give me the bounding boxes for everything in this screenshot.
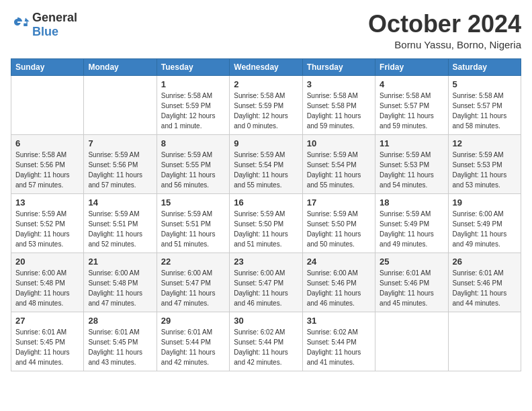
- day-info: Sunrise: 6:01 AM Sunset: 5:45 PM Dayligh…: [15, 327, 79, 367]
- calendar-week-row: 13Sunrise: 5:59 AM Sunset: 5:52 PM Dayli…: [11, 193, 521, 253]
- calendar-weekday-header: Tuesday: [157, 58, 229, 75]
- calendar-day-cell: 16Sunrise: 5:59 AM Sunset: 5:50 PM Dayli…: [230, 193, 302, 253]
- calendar-weekday-header: Friday: [375, 58, 448, 75]
- day-number: 12: [453, 138, 517, 148]
- day-info: Sunrise: 6:00 AM Sunset: 5:49 PM Dayligh…: [453, 209, 517, 249]
- logo-icon: [11, 15, 30, 34]
- day-info: Sunrise: 5:59 AM Sunset: 5:56 PM Dayligh…: [88, 150, 152, 190]
- day-info: Sunrise: 5:58 AM Sunset: 5:58 PM Dayligh…: [307, 91, 371, 131]
- logo: General Blue: [11, 11, 77, 39]
- calendar-day-cell: 23Sunrise: 6:00 AM Sunset: 5:47 PM Dayli…: [230, 253, 302, 312]
- calendar-day-cell: 19Sunrise: 6:00 AM Sunset: 5:49 PM Dayli…: [448, 193, 521, 253]
- title-block: October 2024 Bornu Yassu, Borno, Nigeria: [368, 11, 521, 50]
- day-info: Sunrise: 5:59 AM Sunset: 5:53 PM Dayligh…: [453, 150, 517, 190]
- day-number: 22: [161, 257, 225, 267]
- day-info: Sunrise: 6:01 AM Sunset: 5:46 PM Dayligh…: [453, 268, 517, 308]
- day-number: 5: [453, 79, 517, 89]
- calendar-day-cell: 4Sunrise: 5:58 AM Sunset: 5:57 PM Daylig…: [375, 75, 448, 134]
- day-info: Sunrise: 6:02 AM Sunset: 5:44 PM Dayligh…: [307, 327, 371, 367]
- day-number: 18: [380, 197, 443, 208]
- calendar-day-cell: 25Sunrise: 6:01 AM Sunset: 5:46 PM Dayli…: [375, 253, 448, 312]
- day-number: 3: [307, 79, 371, 89]
- day-info: Sunrise: 6:01 AM Sunset: 5:44 PM Dayligh…: [161, 327, 225, 367]
- day-number: 23: [234, 257, 298, 267]
- day-info: Sunrise: 6:00 AM Sunset: 5:47 PM Dayligh…: [161, 268, 225, 308]
- day-number: 20: [15, 257, 79, 267]
- day-number: 25: [380, 257, 443, 267]
- day-info: Sunrise: 6:00 AM Sunset: 5:48 PM Dayligh…: [88, 268, 152, 308]
- calendar-day-cell: 13Sunrise: 5:59 AM Sunset: 5:52 PM Dayli…: [11, 193, 84, 253]
- day-number: 14: [88, 197, 152, 208]
- month-title: October 2024: [368, 11, 521, 38]
- day-info: Sunrise: 6:00 AM Sunset: 5:48 PM Dayligh…: [15, 268, 79, 308]
- day-number: 11: [380, 138, 443, 148]
- day-number: 30: [234, 316, 298, 326]
- calendar-day-cell: 22Sunrise: 6:00 AM Sunset: 5:47 PM Dayli…: [157, 253, 229, 312]
- day-number: 31: [307, 316, 371, 326]
- day-info: Sunrise: 5:58 AM Sunset: 5:57 PM Dayligh…: [380, 91, 443, 131]
- day-number: 1: [161, 79, 225, 89]
- calendar-day-cell: 27Sunrise: 6:01 AM Sunset: 5:45 PM Dayli…: [11, 312, 84, 371]
- day-number: 13: [15, 197, 79, 208]
- calendar-day-cell: 18Sunrise: 5:59 AM Sunset: 5:49 PM Dayli…: [375, 193, 448, 253]
- calendar-day-cell: 30Sunrise: 6:02 AM Sunset: 5:44 PM Dayli…: [230, 312, 302, 371]
- calendar-day-cell: 5Sunrise: 5:58 AM Sunset: 5:57 PM Daylig…: [448, 75, 521, 134]
- calendar-day-cell: 14Sunrise: 5:59 AM Sunset: 5:51 PM Dayli…: [84, 193, 157, 253]
- calendar-table: SundayMondayTuesdayWednesdayThursdayFrid…: [11, 58, 521, 371]
- calendar-day-cell: 28Sunrise: 6:01 AM Sunset: 5:45 PM Dayli…: [84, 312, 157, 371]
- calendar-day-cell: 12Sunrise: 5:59 AM Sunset: 5:53 PM Dayli…: [448, 134, 521, 193]
- day-number: 21: [88, 257, 152, 267]
- day-number: 10: [307, 138, 371, 148]
- calendar-day-cell: 15Sunrise: 5:59 AM Sunset: 5:51 PM Dayli…: [157, 193, 229, 253]
- day-info: Sunrise: 6:02 AM Sunset: 5:44 PM Dayligh…: [234, 327, 298, 367]
- day-info: Sunrise: 6:01 AM Sunset: 5:46 PM Dayligh…: [380, 268, 443, 308]
- calendar-day-cell: [375, 312, 448, 371]
- day-info: Sunrise: 5:59 AM Sunset: 5:50 PM Dayligh…: [234, 209, 298, 249]
- page-header: General Blue October 2024 Bornu Yassu, B…: [11, 11, 521, 50]
- calendar-header-row: SundayMondayTuesdayWednesdayThursdayFrid…: [11, 58, 521, 75]
- day-info: Sunrise: 6:01 AM Sunset: 5:45 PM Dayligh…: [88, 327, 152, 367]
- day-info: Sunrise: 5:59 AM Sunset: 5:49 PM Dayligh…: [380, 209, 443, 249]
- day-info: Sunrise: 5:59 AM Sunset: 5:50 PM Dayligh…: [307, 209, 371, 249]
- day-info: Sunrise: 5:59 AM Sunset: 5:53 PM Dayligh…: [380, 150, 443, 190]
- calendar-day-cell: [448, 312, 521, 371]
- day-info: Sunrise: 5:59 AM Sunset: 5:51 PM Dayligh…: [161, 209, 225, 249]
- day-info: Sunrise: 5:59 AM Sunset: 5:51 PM Dayligh…: [88, 209, 152, 249]
- calendar-day-cell: 31Sunrise: 6:02 AM Sunset: 5:44 PM Dayli…: [302, 312, 375, 371]
- day-number: 17: [307, 197, 371, 208]
- calendar-day-cell: 29Sunrise: 6:01 AM Sunset: 5:44 PM Dayli…: [157, 312, 229, 371]
- calendar-day-cell: 8Sunrise: 5:59 AM Sunset: 5:55 PM Daylig…: [157, 134, 229, 193]
- day-info: Sunrise: 5:58 AM Sunset: 5:59 PM Dayligh…: [161, 91, 225, 131]
- logo-general: General: [32, 11, 77, 24]
- day-info: Sunrise: 6:00 AM Sunset: 5:46 PM Dayligh…: [307, 268, 371, 308]
- calendar-day-cell: 10Sunrise: 5:59 AM Sunset: 5:54 PM Dayli…: [302, 134, 375, 193]
- calendar-week-row: 1Sunrise: 5:58 AM Sunset: 5:59 PM Daylig…: [11, 75, 521, 134]
- calendar-day-cell: 7Sunrise: 5:59 AM Sunset: 5:56 PM Daylig…: [84, 134, 157, 193]
- day-number: 28: [88, 316, 152, 326]
- day-info: Sunrise: 5:59 AM Sunset: 5:54 PM Dayligh…: [234, 150, 298, 190]
- day-info: Sunrise: 5:59 AM Sunset: 5:55 PM Dayligh…: [161, 150, 225, 190]
- calendar-day-cell: 21Sunrise: 6:00 AM Sunset: 5:48 PM Dayli…: [84, 253, 157, 312]
- logo-blue: Blue: [32, 25, 58, 38]
- day-number: 27: [15, 316, 79, 326]
- calendar-weekday-header: Monday: [84, 58, 157, 75]
- calendar-weekday-header: Saturday: [448, 58, 521, 75]
- logo-text: General Blue: [32, 11, 77, 39]
- calendar-weekday-header: Sunday: [11, 58, 84, 75]
- calendar-day-cell: 6Sunrise: 5:58 AM Sunset: 5:56 PM Daylig…: [11, 134, 84, 193]
- day-number: 15: [161, 197, 225, 208]
- day-info: Sunrise: 5:58 AM Sunset: 5:57 PM Dayligh…: [453, 91, 517, 131]
- calendar-day-cell: 9Sunrise: 5:59 AM Sunset: 5:54 PM Daylig…: [230, 134, 302, 193]
- day-number: 16: [234, 197, 298, 208]
- day-number: 7: [88, 138, 152, 148]
- day-number: 8: [161, 138, 225, 148]
- calendar-day-cell: [11, 75, 84, 134]
- calendar-day-cell: 24Sunrise: 6:00 AM Sunset: 5:46 PM Dayli…: [302, 253, 375, 312]
- calendar-day-cell: 17Sunrise: 5:59 AM Sunset: 5:50 PM Dayli…: [302, 193, 375, 253]
- day-number: 29: [161, 316, 225, 326]
- calendar-week-row: 20Sunrise: 6:00 AM Sunset: 5:48 PM Dayli…: [11, 253, 521, 312]
- calendar-weekday-header: Wednesday: [230, 58, 302, 75]
- day-number: 26: [453, 257, 517, 267]
- calendar-day-cell: 11Sunrise: 5:59 AM Sunset: 5:53 PM Dayli…: [375, 134, 448, 193]
- calendar-day-cell: 1Sunrise: 5:58 AM Sunset: 5:59 PM Daylig…: [157, 75, 229, 134]
